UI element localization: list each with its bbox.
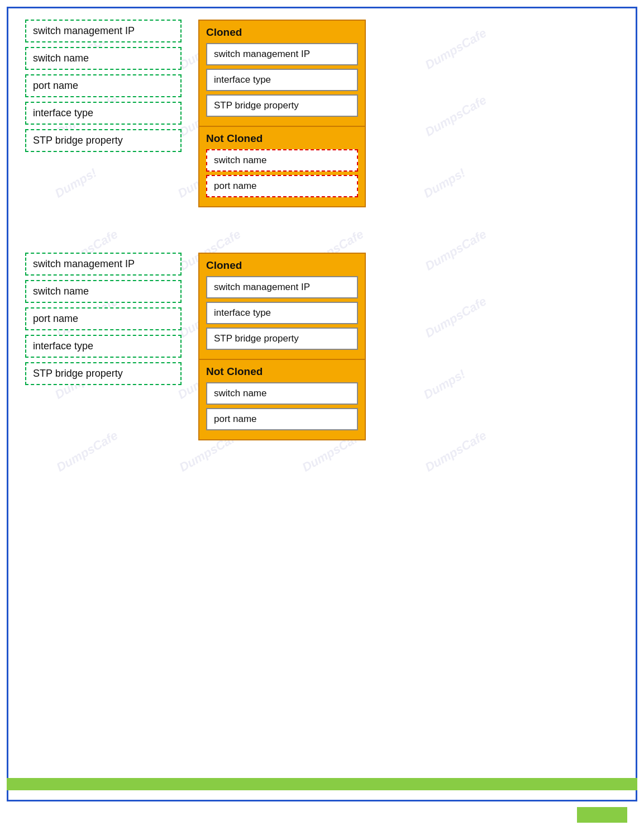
section1-notcloned-title: Not Cloned (206, 132, 358, 145)
s2-cloned-item-switch-mgmt-ip: switch management IP (206, 276, 358, 298)
s1-left-item-interface-type: interface type (25, 102, 182, 125)
section1-right-col: Cloned switch management IP interface ty… (198, 20, 366, 207)
s2-notcloned-item-port-name: port name (206, 408, 358, 430)
s1-cloned-item-stp-bridge: STP bridge property (206, 94, 358, 117)
small-green-rect (577, 807, 627, 823)
s2-cloned-item-stp-bridge: STP bridge property (206, 328, 358, 350)
section2-row: switch management IP switch name port na… (25, 253, 619, 440)
section-separator (25, 230, 619, 230)
section1-notcloned-panel: Not Cloned switch name port name (198, 127, 366, 207)
s1-left-item-port-name: port name (25, 74, 182, 97)
section2-cloned-title: Cloned (206, 259, 358, 272)
section1-cloned-panel: Cloned switch management IP interface ty… (198, 20, 366, 127)
green-bar (7, 778, 637, 790)
section2-right-col: Cloned switch management IP interface ty… (198, 253, 366, 440)
section1-left-col: switch management IP switch name port na… (25, 20, 182, 152)
s2-left-item-interface-type: interface type (25, 335, 182, 358)
section2-left-col: switch management IP switch name port na… (25, 253, 182, 385)
section2-notcloned-panel: Not Cloned switch name port name (198, 360, 366, 440)
main-content: switch management IP switch name port na… (8, 8, 636, 452)
section2-notcloned-title: Not Cloned (206, 366, 358, 378)
s1-left-item-switch-name: switch name (25, 47, 182, 70)
s1-cloned-item-interface-type: interface type (206, 69, 358, 91)
s1-notcloned-item-port-name: port name (206, 175, 358, 197)
s2-cloned-item-interface-type: interface type (206, 302, 358, 324)
s2-left-item-switch-name: switch name (25, 280, 182, 303)
s2-notcloned-item-switch-name: switch name (206, 382, 358, 405)
s2-left-item-port-name: port name (25, 307, 182, 330)
s1-left-item-switch-mgmt-ip: switch management IP (25, 20, 182, 42)
section2-cloned-panel: Cloned switch management IP interface ty… (198, 253, 366, 360)
s2-left-item-switch-mgmt-ip: switch management IP (25, 253, 182, 276)
s1-notcloned-item-switch-name: switch name (206, 149, 358, 172)
s1-left-item-stp-bridge: STP bridge property (25, 129, 182, 152)
section1-cloned-title: Cloned (206, 26, 358, 39)
section1-row: switch management IP switch name port na… (25, 20, 619, 207)
outer-border: DumpsCafe DumpsCafe DumpsCafe DumpsCafe … (7, 7, 637, 801)
s1-cloned-item-switch-mgmt-ip: switch management IP (206, 43, 358, 65)
s2-left-item-stp-bridge: STP bridge property (25, 362, 182, 385)
